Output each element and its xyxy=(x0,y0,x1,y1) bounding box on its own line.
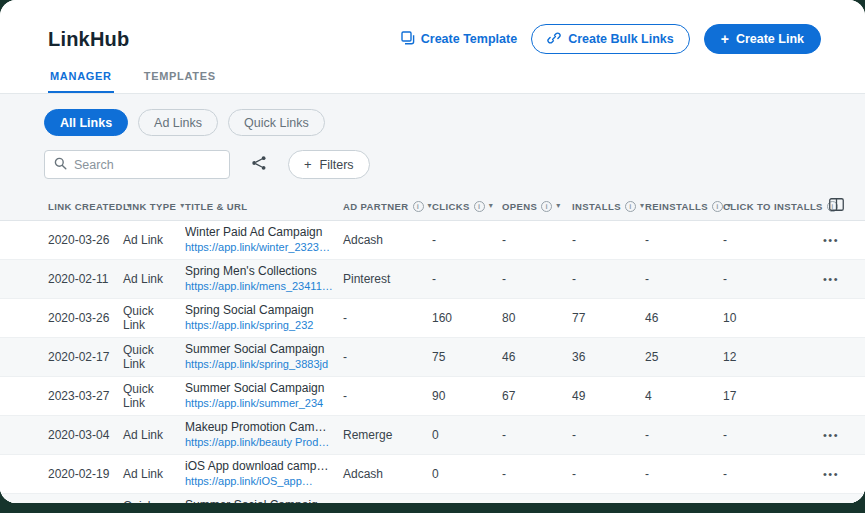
column-installs[interactable]: INSTALLS i ▾ xyxy=(572,201,645,212)
cell-reinstalls: 25 xyxy=(645,350,723,364)
cell-click-to-installs: - xyxy=(723,233,813,247)
cell-reinstalls: 4 xyxy=(645,389,723,403)
cell-ad-partner: Pinterest xyxy=(343,272,432,286)
cell-title-url: iOS App download campaign https://app.li… xyxy=(185,455,343,493)
sort-caret-icon: ▾ xyxy=(489,202,493,210)
cell-reinstalls: - xyxy=(645,233,723,247)
share-icon xyxy=(251,155,267,174)
cell-link-type: Ad Link xyxy=(123,233,185,247)
table-row: 2020-02-17 Quick Link Summer Social Camp… xyxy=(0,338,865,377)
cell-opens: 46 xyxy=(502,350,572,364)
column-reinstalls[interactable]: REINSTALLS i ▾ xyxy=(645,201,723,212)
cell-link-created: 2020-02-19 xyxy=(48,467,123,481)
chip-ad-links[interactable]: Ad Links xyxy=(138,109,218,136)
create-bulk-links-button[interactable]: Create Bulk Links xyxy=(531,24,690,54)
table-toolbar: + Filters xyxy=(44,150,865,179)
cell-title-url: Spring Men's Collections https://app.lin… xyxy=(185,260,343,298)
link-type-chips: All Links Ad Links Quick Links xyxy=(44,109,865,136)
link-url[interactable]: https://app.link/beauty Produc… xyxy=(185,435,333,450)
cell-link-type: Ad Link xyxy=(123,428,185,442)
column-link-created[interactable]: LINK CREATED ▾ xyxy=(48,201,123,212)
cell-clicks: 75 xyxy=(432,350,502,364)
column-picker xyxy=(813,196,847,216)
table-row: 2020-02-11 Ad Link Spring Men's Collecti… xyxy=(0,260,865,299)
cell-row-menu: ••• xyxy=(813,467,847,482)
row-menu-button[interactable]: ••• xyxy=(821,428,841,443)
cell-link-created: 2020-03-04 xyxy=(48,428,123,442)
info-icon[interactable]: i xyxy=(413,201,424,212)
cell-click-to-installs: 12 xyxy=(723,350,813,364)
cell-click-to-installs: 10 xyxy=(723,311,813,325)
link-url[interactable]: https://app.link/winter_232341134 xyxy=(185,240,333,255)
create-template-button[interactable]: Create Template xyxy=(401,31,517,48)
row-menu-button[interactable]: ••• xyxy=(821,272,841,287)
search-icon xyxy=(54,156,67,174)
chip-quick-links[interactable]: Quick Links xyxy=(228,109,325,136)
link-title: Summer Social Campaign xyxy=(185,381,333,396)
table-row: 2020-02-19 Ad Link iOS App download camp… xyxy=(0,455,865,494)
tab-templates[interactable]: TEMPLATES xyxy=(142,64,218,93)
info-icon[interactable]: i xyxy=(625,201,636,212)
cell-ad-partner: Remerge xyxy=(343,428,432,442)
cell-click-to-installs: - xyxy=(723,428,813,442)
link-url[interactable]: https://app.link/spring_3883jd xyxy=(185,357,333,372)
cell-title-url: Spring Social Campaign https://app.link/… xyxy=(185,299,343,337)
link-title: Spring Social Campaign xyxy=(185,303,333,318)
cell-clicks: - xyxy=(432,233,502,247)
link-title: Summer Social Campaign xyxy=(185,342,333,357)
column-title-url: TITLE & URL xyxy=(185,201,343,212)
cell-link-type: Quick Link xyxy=(123,382,185,410)
info-icon[interactable]: i xyxy=(474,201,485,212)
cell-installs: - xyxy=(572,467,645,481)
column-ad-partner[interactable]: AD PARTNER i ▾ xyxy=(343,201,432,212)
link-title: Makeup Promotion Campaign xyxy=(185,420,333,435)
link-url[interactable]: https://app.link/mens_23411_34 xyxy=(185,279,333,294)
link-url[interactable]: https://app.link/spring_232 xyxy=(185,318,333,333)
cell-opens: 80 xyxy=(502,311,572,325)
info-icon[interactable]: i xyxy=(541,201,552,212)
link-title: Summer Social Campaign 2022 xyxy=(185,498,333,503)
share-button[interactable] xyxy=(244,150,274,179)
link-title: Spring Men's Collections xyxy=(185,264,333,279)
column-label: LINK CREATED xyxy=(48,201,123,212)
create-link-button[interactable]: + Create Link xyxy=(704,24,821,54)
column-label: LINK TYPE xyxy=(123,201,176,212)
search-input[interactable] xyxy=(74,158,235,172)
column-link-type[interactable]: LINK TYPE ▾ xyxy=(123,201,185,212)
filters-button[interactable]: + Filters xyxy=(288,150,370,179)
column-picker-button[interactable] xyxy=(825,196,847,216)
table-row: 2021-08-20 Quick Link Summer Social Camp… xyxy=(0,494,865,503)
create-template-label: Create Template xyxy=(421,32,517,46)
cell-link-type: Quick Link xyxy=(123,499,185,503)
link-url[interactable]: https://app.link/iOS_app… xyxy=(185,474,333,489)
cell-opens: - xyxy=(502,272,572,286)
cell-ad-partner: - xyxy=(343,311,432,325)
column-label: REINSTALLS xyxy=(645,201,708,212)
cell-clicks: 0 xyxy=(432,428,502,442)
sort-caret-icon: ▾ xyxy=(556,202,560,210)
cell-ad-partner: - xyxy=(343,389,432,403)
cell-clicks: - xyxy=(432,272,502,286)
info-icon[interactable]: i xyxy=(712,201,723,212)
linkhub-app-window: LinkHub Create Template Create Bulk Link… xyxy=(0,0,865,503)
create-template-icon xyxy=(401,31,415,48)
cell-clicks: 160 xyxy=(432,311,502,325)
cell-ad-partner: Adcash xyxy=(343,233,432,247)
page-title: LinkHub xyxy=(48,28,129,51)
cell-clicks: 0 xyxy=(432,467,502,481)
tab-manager[interactable]: MANAGER xyxy=(48,64,114,93)
row-menu-button[interactable]: ••• xyxy=(821,467,841,482)
cell-installs: 36 xyxy=(572,350,645,364)
column-clicks[interactable]: CLICKS i ▾ xyxy=(432,201,502,212)
cell-link-created: 2020-02-17 xyxy=(48,350,123,364)
table-row: 2023-03-27 Quick Link Summer Social Camp… xyxy=(0,377,865,416)
cell-click-to-installs: - xyxy=(723,272,813,286)
row-menu-button[interactable]: ••• xyxy=(821,233,841,248)
column-opens[interactable]: OPENS i ▾ xyxy=(502,201,572,212)
column-label: CLICKS xyxy=(432,201,470,212)
header-actions: Create Template Create Bulk Links + Crea… xyxy=(401,24,821,54)
content-area: All Links Ad Links Quick Links + Filters xyxy=(0,94,865,503)
chip-all-links[interactable]: All Links xyxy=(44,109,128,136)
link-url[interactable]: https://app.link/summer_234 xyxy=(185,396,333,411)
cell-row-menu: ••• xyxy=(813,233,847,248)
